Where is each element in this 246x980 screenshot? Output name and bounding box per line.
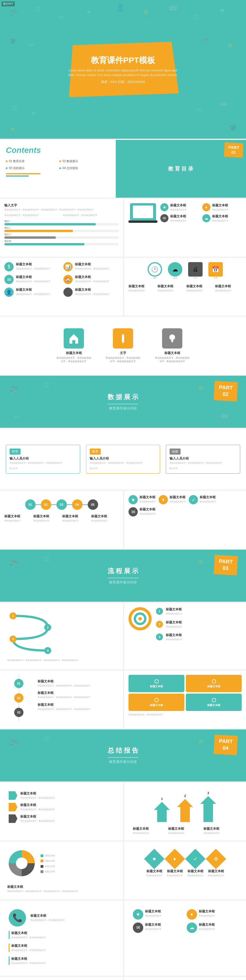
grid-micro-5: 单击此处添加文字，单击此处添加文字 [16,293,50,296]
bat-3: 标题文本框单击此处添加文字 [203,827,237,835]
menu-dot-2 [59,161,61,162]
ba-col-2: 2 [177,794,193,822]
step-tag-1: 研究 [10,449,21,455]
contents-left: Contents 01 教育目录 02 数据展示 03 流程展示 04 总结报告 [0,140,116,198]
batl-2: 标题文本框 [168,827,202,831]
main-title: 教育课件PPT模板 [65,55,181,66]
ti-2: 2 标题文本框单击此处添加文字 [156,620,242,628]
puzzle-grid: ⬡ 标题文本框 ⬡ 标题文本框 ⬡ 标题文本框 ⬡ 标题文本框 [128,675,242,711]
diamond-icon-4: ⊕ [214,856,218,862]
legend-2: 标题文本框 [40,859,55,863]
bm-1: 单击此处添加文字 [128,289,155,293]
pp-icon-3: ⬡ [150,697,163,703]
process-labels: 标题文本框单击此处添加文字 标题文本框单击此处添加文字 标题文本框单击此处添加文… [4,514,119,522]
legend-dot-1 [40,854,43,857]
pl-1: 标题文本框单击此处添加文字 [4,514,32,522]
legend-dot-2 [40,859,43,862]
bulb-icon [166,332,178,344]
bar-bg-3 [4,236,119,239]
svg-text:📚: 📚 [9,739,20,749]
pi-2: 标题文本框 单击此处添加文字，单击此处添加文字 [9,943,114,952]
icon-text-3: 标题文本框 单击此处添加文字 [170,214,186,223]
prg-icon-2: ♦ [187,909,197,920]
bl-2: 标题文本框 [157,284,184,288]
phone-left: 📞 标题文本框 单击此处添加文字，单击此处添加文字 标题文本框 单击此处添加文字… [0,900,123,976]
bar-fill-1 [4,223,96,226]
pl-3: 标题文本框单击此处添加文字 [62,514,90,522]
part-04-text: 总 结 报 告 教育课件展示内容 [108,746,138,764]
grid-label-6: 标题文本框 [75,288,109,292]
legend-text-1: 标题文本框 [45,854,55,858]
pie-desc: 标题文本框 单击此处添加文字，单击此处添加文字，单击此处添加文字，单击此处添加文… [4,885,119,893]
laptop-section: ★ 标题文本框 单击此处添加文字 ♦ 标题文本框 单击此处添加文字 ✉ [128,203,242,223]
laptop-display [128,203,157,223]
grid-text-3: 标题文本框 单击此处添加文字，单击此处添加文字 [16,275,50,283]
svg-rect-24 [171,341,173,342]
flow-right: 1 标题文本框单击此处添加文字 2 标题文本框单击此处添加文字 3 标题文本框单… [123,603,246,669]
ba-col-1: 1 [154,797,170,822]
envelope-icon: ✉ [4,275,14,284]
menu-item-2: 02 数据展示 [59,159,110,163]
bar-label-2: 项目二 [4,226,119,229]
bulb-card: 标题文本框 单击此处添加文字，单击此处添加文字，单击此处添加文字 [155,328,190,363]
diamond-icon-1: ★ [152,856,157,862]
bl-3: 标题文本框 [186,284,213,288]
prgt-1: 标题文本框 [145,909,161,913]
bat-2: 标题文本框单击此处添加文字 [168,827,202,835]
icon-text-2: 标题文本框 单击此处添加文字 [212,203,228,212]
svg-text:🎓: 🎓 [9,37,17,45]
step-title-3: 输入人员介绍 [169,456,236,461]
prg-4: ☁ 标题文本框 单击此处添加文字 [187,923,238,933]
icon-micro-4: 单击此处添加文字 [212,220,228,223]
cloud-item: ☁ 云朵 [168,262,182,280]
pie-half: 标题文本框 标题文本框 标题文本框 标题文本框 标题文本框 单击此处添加文字，单… [0,842,123,899]
menu-label-4: 04 总结报告 [62,166,78,170]
pl-text: 单击此处添加文字，单击此处添加文字 [128,713,242,716]
puzzle-4: ⬡ 标题文本框 [186,694,242,711]
svg-marker-20 [122,342,124,344]
target-center [138,617,142,620]
circle-5: 05 [88,500,98,510]
plt-1: 标题文本框 [4,514,32,519]
pie-text: 单击此处添加文字，单击此处添加文字，单击此处添加文字，单击此处添加文字 [7,890,116,893]
grid-item-bed: 🏠 标题文本框 单击此处添加文字，单击此处添加文字 [63,275,119,284]
prg-text-1: 标题文本框 单击此处添加文字 [145,909,161,918]
pp-icon-2: ⬡ [207,678,220,685]
pir-icon-3: ✓ [189,495,198,504]
puzzle-labels: 单击此处添加文字，单击此处添加文字 [128,713,242,716]
print-item: 🖨 打印 [188,262,203,280]
si-3: 输入文字 [169,467,236,470]
svg-text:✏: ✏ [58,13,64,22]
pirm-2: 单击此处添加文字 [169,500,186,503]
ai-text-2: 标题文本框 单击此处添加文字，单击此处添加文字 [20,803,55,811]
pencil-icon [117,332,129,344]
pp-icon-1: ⬡ [150,678,163,685]
part-num: 01 [228,150,239,155]
grid-label-1: 标题文本框 [16,262,50,266]
di-text-3: 单击此处添加文字 [187,874,203,877]
aim-2: 单击此处添加文字，单击此处添加文字 [20,808,55,811]
part-02-subtitle: 教育课件展示内容 [108,406,138,411]
bl-1: 标题文本框 [128,284,155,288]
watermark-label: 满分PPT [2,2,15,6]
bar-4: 项目四 [4,240,119,245]
bulb-icon-box [162,328,182,348]
icon-circle-4: ☁ [202,214,211,222]
conn-2 [51,504,56,505]
house-card: 标题文本框 单击此处添加文字，单击此处添加文字，单击此处添加文字 [56,328,91,363]
prgt-2: 标题文本框 [199,909,215,913]
pir-text-1: 标题文本框单击此处添加文字 [139,495,156,503]
prg-2: ♦ 标题文本框 单击此处添加文字 [187,909,238,920]
pp-content-3: ⬡ 标题文本框 [150,697,163,707]
svg-point-22 [169,334,175,340]
prgm-1: 单击此处添加文字 [145,915,161,918]
ba-label-3: 3 [200,791,216,795]
prg-text-2: 标题文本框 单击此处添加文字 [199,909,215,918]
puzzle-2: ⬡ 标题文本框 [186,675,242,692]
pit-3: 标题文本框 [11,956,114,961]
svg-text:1: 1 [12,614,14,617]
bulb-card-title: 标题文本框 [155,351,190,355]
prgm-3: 单击此处添加文字 [145,928,161,931]
legend-text-2: 标题文本框 [45,859,55,863]
grid-label-4: 标题文本框 [75,275,109,279]
